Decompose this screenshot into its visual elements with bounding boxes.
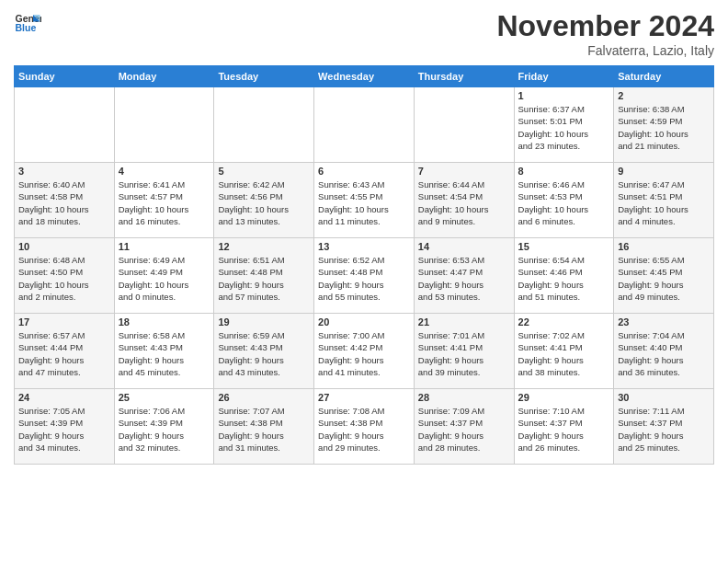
page-header: General Blue November 2024 Falvaterra, L… <box>14 9 714 58</box>
day-number: 10 <box>18 241 110 252</box>
day-number: 12 <box>218 241 310 252</box>
day-info: Sunrise: 6:38 AM Sunset: 4:59 PM Dayligh… <box>618 103 710 152</box>
calendar-cell: 13Sunrise: 6:52 AM Sunset: 4:48 PM Dayli… <box>314 238 415 314</box>
calendar-cell: 23Sunrise: 7:04 AM Sunset: 4:40 PM Dayli… <box>614 314 714 389</box>
month-title: November 2024 <box>496 9 714 43</box>
day-number: 9 <box>618 166 710 177</box>
calendar-cell: 24Sunrise: 7:05 AM Sunset: 4:39 PM Dayli… <box>15 389 115 465</box>
logo-icon: General Blue <box>14 9 41 37</box>
calendar-cell: 8Sunrise: 6:46 AM Sunset: 4:53 PM Daylig… <box>514 163 614 238</box>
day-info: Sunrise: 7:06 AM Sunset: 4:39 PM Dayligh… <box>119 405 210 454</box>
day-info: Sunrise: 7:05 AM Sunset: 4:39 PM Dayligh… <box>18 405 110 454</box>
day-info: Sunrise: 6:46 AM Sunset: 4:53 PM Dayligh… <box>518 178 610 227</box>
day-info: Sunrise: 6:37 AM Sunset: 5:01 PM Dayligh… <box>518 103 610 152</box>
logo: General Blue <box>14 9 41 37</box>
day-info: Sunrise: 7:08 AM Sunset: 4:38 PM Dayligh… <box>318 405 410 454</box>
calendar-cell: 2Sunrise: 6:38 AM Sunset: 4:59 PM Daylig… <box>614 87 714 163</box>
day-number: 19 <box>218 316 310 327</box>
day-number: 2 <box>618 90 710 101</box>
svg-text:Blue: Blue <box>16 22 37 33</box>
day-info: Sunrise: 7:10 AM Sunset: 4:37 PM Dayligh… <box>518 405 610 454</box>
day-info: Sunrise: 6:54 AM Sunset: 4:46 PM Dayligh… <box>518 254 610 303</box>
calendar-cell <box>414 87 514 163</box>
day-number: 24 <box>18 392 110 403</box>
calendar-cell: 30Sunrise: 7:11 AM Sunset: 4:37 PM Dayli… <box>614 389 714 465</box>
calendar-week-2: 3Sunrise: 6:40 AM Sunset: 4:58 PM Daylig… <box>15 163 714 238</box>
calendar-week-3: 10Sunrise: 6:48 AM Sunset: 4:50 PM Dayli… <box>15 238 714 314</box>
calendar-cell: 21Sunrise: 7:01 AM Sunset: 4:41 PM Dayli… <box>414 314 514 389</box>
day-info: Sunrise: 7:07 AM Sunset: 4:38 PM Dayligh… <box>218 405 310 454</box>
day-number: 17 <box>18 316 110 327</box>
day-number: 6 <box>318 166 410 177</box>
page-container: General Blue November 2024 Falvaterra, L… <box>0 0 728 474</box>
day-info: Sunrise: 6:53 AM Sunset: 4:47 PM Dayligh… <box>418 254 510 303</box>
calendar-cell: 20Sunrise: 7:00 AM Sunset: 4:42 PM Dayli… <box>314 314 415 389</box>
day-info: Sunrise: 6:55 AM Sunset: 4:45 PM Dayligh… <box>618 254 710 303</box>
calendar-cell: 19Sunrise: 6:59 AM Sunset: 4:43 PM Dayli… <box>214 314 314 389</box>
day-number: 25 <box>119 392 210 403</box>
weekday-header-row: SundayMondayTuesdayWednesdayThursdayFrid… <box>15 66 714 87</box>
calendar-cell: 17Sunrise: 6:57 AM Sunset: 4:44 PM Dayli… <box>15 314 115 389</box>
day-number: 14 <box>418 241 510 252</box>
calendar-cell: 6Sunrise: 6:43 AM Sunset: 4:55 PM Daylig… <box>314 163 415 238</box>
calendar-cell: 4Sunrise: 6:41 AM Sunset: 4:57 PM Daylig… <box>114 163 214 238</box>
day-number: 16 <box>618 241 710 252</box>
day-number: 13 <box>318 241 410 252</box>
calendar-week-5: 24Sunrise: 7:05 AM Sunset: 4:39 PM Dayli… <box>15 389 714 465</box>
day-info: Sunrise: 7:02 AM Sunset: 4:41 PM Dayligh… <box>518 329 610 378</box>
day-number: 7 <box>418 166 510 177</box>
day-info: Sunrise: 7:00 AM Sunset: 4:42 PM Dayligh… <box>318 329 410 378</box>
calendar-cell: 3Sunrise: 6:40 AM Sunset: 4:58 PM Daylig… <box>15 163 115 238</box>
day-info: Sunrise: 6:57 AM Sunset: 4:44 PM Dayligh… <box>18 329 110 378</box>
day-info: Sunrise: 7:11 AM Sunset: 4:37 PM Dayligh… <box>618 405 710 454</box>
weekday-header-friday: Friday <box>514 66 614 87</box>
calendar-cell <box>314 87 415 163</box>
calendar-cell: 26Sunrise: 7:07 AM Sunset: 4:38 PM Dayli… <box>214 389 314 465</box>
calendar-cell: 27Sunrise: 7:08 AM Sunset: 4:38 PM Dayli… <box>314 389 415 465</box>
day-info: Sunrise: 6:43 AM Sunset: 4:55 PM Dayligh… <box>318 178 410 227</box>
title-block: November 2024 Falvaterra, Lazio, Italy <box>496 9 714 58</box>
day-number: 27 <box>318 392 410 403</box>
calendar-cell: 18Sunrise: 6:58 AM Sunset: 4:43 PM Dayli… <box>114 314 214 389</box>
day-info: Sunrise: 6:48 AM Sunset: 4:50 PM Dayligh… <box>18 254 110 303</box>
weekday-header-thursday: Thursday <box>414 66 514 87</box>
day-info: Sunrise: 6:44 AM Sunset: 4:54 PM Dayligh… <box>418 178 510 227</box>
day-info: Sunrise: 6:40 AM Sunset: 4:58 PM Dayligh… <box>18 178 110 227</box>
calendar-cell: 5Sunrise: 6:42 AM Sunset: 4:56 PM Daylig… <box>214 163 314 238</box>
calendar-cell: 15Sunrise: 6:54 AM Sunset: 4:46 PM Dayli… <box>514 238 614 314</box>
day-info: Sunrise: 6:51 AM Sunset: 4:48 PM Dayligh… <box>218 254 310 303</box>
calendar-cell: 14Sunrise: 6:53 AM Sunset: 4:47 PM Dayli… <box>414 238 514 314</box>
day-number: 15 <box>518 241 610 252</box>
day-number: 20 <box>318 316 410 327</box>
calendar-week-1: 1Sunrise: 6:37 AM Sunset: 5:01 PM Daylig… <box>15 87 714 163</box>
calendar-cell: 29Sunrise: 7:10 AM Sunset: 4:37 PM Dayli… <box>514 389 614 465</box>
day-info: Sunrise: 7:09 AM Sunset: 4:37 PM Dayligh… <box>418 405 510 454</box>
day-info: Sunrise: 6:59 AM Sunset: 4:43 PM Dayligh… <box>218 329 310 378</box>
calendar-cell: 12Sunrise: 6:51 AM Sunset: 4:48 PM Dayli… <box>214 238 314 314</box>
calendar-cell: 11Sunrise: 6:49 AM Sunset: 4:49 PM Dayli… <box>114 238 214 314</box>
day-number: 3 <box>18 166 110 177</box>
day-number: 26 <box>218 392 310 403</box>
day-number: 30 <box>618 392 710 403</box>
calendar-cell: 16Sunrise: 6:55 AM Sunset: 4:45 PM Dayli… <box>614 238 714 314</box>
calendar-cell: 28Sunrise: 7:09 AM Sunset: 4:37 PM Dayli… <box>414 389 514 465</box>
calendar-cell: 10Sunrise: 6:48 AM Sunset: 4:50 PM Dayli… <box>15 238 115 314</box>
day-info: Sunrise: 6:52 AM Sunset: 4:48 PM Dayligh… <box>318 254 410 303</box>
weekday-header-saturday: Saturday <box>614 66 714 87</box>
day-number: 5 <box>218 166 310 177</box>
day-number: 11 <box>119 241 210 252</box>
day-info: Sunrise: 6:58 AM Sunset: 4:43 PM Dayligh… <box>119 329 210 378</box>
calendar-cell <box>15 87 115 163</box>
calendar-table: SundayMondayTuesdayWednesdayThursdayFrid… <box>14 65 714 465</box>
calendar-cell: 7Sunrise: 6:44 AM Sunset: 4:54 PM Daylig… <box>414 163 514 238</box>
day-number: 1 <box>518 90 610 101</box>
weekday-header-sunday: Sunday <box>15 66 115 87</box>
calendar-cell: 1Sunrise: 6:37 AM Sunset: 5:01 PM Daylig… <box>514 87 614 163</box>
day-info: Sunrise: 7:01 AM Sunset: 4:41 PM Dayligh… <box>418 329 510 378</box>
day-number: 8 <box>518 166 610 177</box>
calendar-cell: 25Sunrise: 7:06 AM Sunset: 4:39 PM Dayli… <box>114 389 214 465</box>
day-number: 29 <box>518 392 610 403</box>
calendar-week-4: 17Sunrise: 6:57 AM Sunset: 4:44 PM Dayli… <box>15 314 714 389</box>
day-number: 28 <box>418 392 510 403</box>
calendar-cell <box>114 87 214 163</box>
